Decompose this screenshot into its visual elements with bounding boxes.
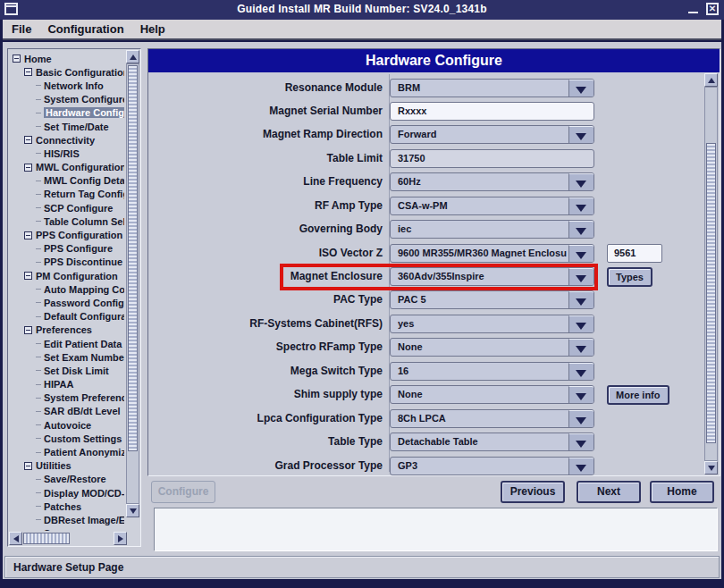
tree-item-dbreset-image-err[interactable]: DBReset Image/Err <box>10 513 124 526</box>
dropdown-line-frequency[interactable]: 60Hz <box>390 172 594 191</box>
menu-help[interactable]: Help <box>140 22 165 36</box>
tree-vscrollbar[interactable] <box>126 50 139 517</box>
collapse-icon[interactable] <box>13 55 21 63</box>
tree-item-his-ris[interactable]: HIS/RIS <box>10 147 124 160</box>
dropdown-arrow-button[interactable] <box>568 363 594 380</box>
collapse-icon[interactable] <box>24 462 32 470</box>
dropdown-arrow-button[interactable] <box>568 458 594 475</box>
close-button[interactable]: ✕ <box>706 3 719 15</box>
dropdown-rf-amp-type[interactable]: CSA-w-PM <box>390 197 594 215</box>
dropdown-arrow-button[interactable] <box>568 80 594 97</box>
tree-item-set-exam-number[interactable]: Set Exam Number <box>10 350 124 364</box>
dropdown-rf-systems-cabinet-rfs[interactable]: yes <box>390 315 594 333</box>
scrollbar-thumb[interactable] <box>128 65 138 451</box>
dropdown-spectro-rfamp-type[interactable]: None <box>390 338 594 357</box>
scrollbar-thumb[interactable] <box>23 533 70 544</box>
dropdown-lpca-configuration-type[interactable]: 8Ch LPCA <box>390 409 594 428</box>
dropdown-arrow-button[interactable] <box>568 410 594 427</box>
dropdown-arrow-button[interactable] <box>568 126 594 143</box>
dropdown-table-type[interactable]: Detachable Table <box>390 433 594 451</box>
tree-item-connectivity[interactable]: Connectivity <box>10 133 124 147</box>
dropdown-magnet-enclosure[interactable]: 360Adv/355Inspire <box>390 267 594 286</box>
tree-item-set-time-date[interactable]: Set Time/Date <box>10 120 124 133</box>
input-iso-vector-z-extra[interactable]: 9561 <box>607 244 662 263</box>
scrollbar-track[interactable] <box>704 87 718 461</box>
tree-item-hardware-configur[interactable]: Hardware Configur <box>10 106 124 120</box>
dropdown-arrow-button[interactable] <box>568 245 594 262</box>
dropdown-resonance-module[interactable]: BRM <box>390 79 594 97</box>
home-button[interactable]: Home <box>650 481 714 503</box>
scroll-up-button[interactable] <box>126 50 139 63</box>
dropdown-governing-body[interactable]: iec <box>390 220 594 239</box>
minimize-button[interactable] <box>688 2 699 16</box>
tree-item-patches[interactable]: Patches <box>10 500 124 513</box>
tree-item-hipaa[interactable]: HIPAA <box>10 378 124 391</box>
scroll-right-button[interactable] <box>114 532 127 545</box>
tree-item-sar-db-dt-level[interactable]: SAR dB/dt Level <box>10 405 124 418</box>
dropdown-arrow-button[interactable] <box>568 386 594 403</box>
tree-item-pps-discontinue-re[interactable]: PPS Discontinue Re <box>10 256 124 269</box>
dropdown-arrow-button[interactable] <box>568 268 594 285</box>
tree-item-display-mod-cd[interactable]: Display MOD/CD- <box>10 486 124 500</box>
dropdown-arrow-button[interactable] <box>568 315 594 332</box>
dropdown-arrow-button[interactable] <box>568 173 594 190</box>
more-info-button[interactable]: More info <box>607 385 669 405</box>
collapse-icon[interactable] <box>24 164 32 172</box>
previous-button[interactable]: Previous <box>501 481 565 503</box>
dropdown-magnet-ramp-direction[interactable]: Forward <box>390 125 594 144</box>
dropdown-arrow-button[interactable] <box>568 339 594 356</box>
tree-item-mwl-config-detail[interactable]: MWL Config Detail <box>10 174 124 188</box>
input-table-limit[interactable]: 31750 <box>390 149 594 168</box>
tree-item-mwl-configuration[interactable]: MWL Configuration <box>10 161 124 174</box>
tree-item-table-column-sele[interactable]: Table Column Sele <box>10 214 124 228</box>
dropdown-arrow-button[interactable] <box>568 197 594 214</box>
tree-item-edit-patient-data[interactable]: Edit Patient Data <box>10 337 124 350</box>
scroll-down-button[interactable] <box>126 504 139 517</box>
tree-item-system-preferences[interactable]: System Preferences <box>10 391 124 405</box>
dropdown-iso-vector-z[interactable]: 9600 MR355/MR360 Magnet Enclosure <box>390 244 594 263</box>
menu-configuration[interactable]: Configuration <box>47 22 123 36</box>
next-button[interactable]: Next <box>577 481 641 503</box>
tree-item-network-info[interactable]: Network Info <box>10 79 124 92</box>
menu-file[interactable]: File <box>12 22 31 36</box>
tree-item-pm-configuration[interactable]: PM Configuration <box>10 269 124 282</box>
tree-item-preferences[interactable]: Preferences <box>10 323 124 337</box>
collapse-icon[interactable] <box>24 326 32 334</box>
dropdown-arrow-button[interactable] <box>568 221 594 238</box>
scroll-down-button[interactable] <box>704 461 718 475</box>
tree-item-autovoice[interactable]: Autovoice <box>10 418 124 432</box>
scroll-up-button[interactable] <box>704 73 718 87</box>
tree-item-pps-configuration[interactable]: PPS Configuration <box>10 228 124 241</box>
tree-item-save-restore[interactable]: Save/Restore <box>10 473 124 486</box>
tree-item-basic-configuration[interactable]: Basic Configuration <box>10 65 124 79</box>
tree-item-scp-configure[interactable]: SCP Configure <box>10 201 124 214</box>
dropdown-arrow-button[interactable] <box>568 433 594 450</box>
tree-item-system-configure[interactable]: System Configure <box>10 93 124 106</box>
form-vscrollbar[interactable] <box>703 73 719 475</box>
tree-item-patient-anonymiza[interactable]: Patient Anonymiza <box>10 445 124 458</box>
configure-button[interactable]: Configure <box>151 481 215 503</box>
tree-item-sysprep[interactable]: Sysprep <box>10 527 124 531</box>
tree-item-pps-configure[interactable]: PPS Configure <box>10 242 124 256</box>
dropdown-grad-processor-type[interactable]: GP3 <box>390 457 594 475</box>
dropdown-mega-switch-type[interactable]: 16 <box>390 362 594 381</box>
scroll-left-button[interactable] <box>9 532 22 545</box>
tree-item-custom-settings[interactable]: Custom Settings <box>10 432 124 445</box>
tree-item-home[interactable]: Home <box>10 52 124 65</box>
collapse-icon[interactable] <box>24 231 32 239</box>
tree-item-utilities[interactable]: Utilities <box>10 459 124 473</box>
scrollbar-track[interactable] <box>126 63 139 504</box>
dropdown-arrow-button[interactable] <box>568 291 594 308</box>
collapse-icon[interactable] <box>24 136 32 144</box>
tree-item-auto-mapping-con[interactable]: Auto Mapping Con <box>10 282 124 296</box>
dropdown-shim-supply-type[interactable]: None <box>390 385 594 404</box>
tree-item-return-tag-configu[interactable]: Return Tag Configu <box>10 188 124 201</box>
scrollbar-thumb[interactable] <box>706 143 716 443</box>
tree-item-default-configurat[interactable]: Default Configurat <box>10 310 124 323</box>
tree-item-password-configur[interactable]: Password Configur <box>10 296 124 309</box>
tree-hscrollbar[interactable] <box>9 532 127 545</box>
types-button[interactable]: Types <box>607 267 652 287</box>
input-magnet-serial-number[interactable]: Rxxxx <box>390 102 594 121</box>
collapse-icon[interactable] <box>24 272 32 280</box>
collapse-icon[interactable] <box>24 68 32 76</box>
